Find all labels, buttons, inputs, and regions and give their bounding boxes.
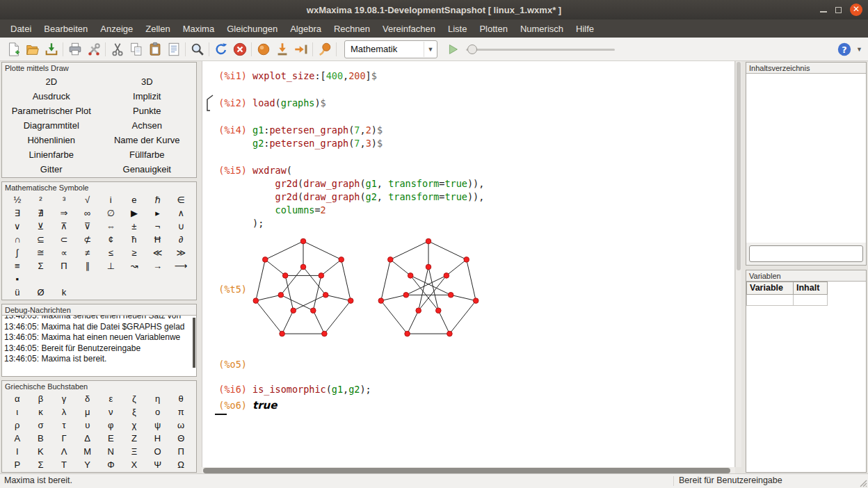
greek-letter-2-0[interactable]: ρ <box>6 418 29 432</box>
maximize-button[interactable] <box>835 7 842 13</box>
symbol-3-0[interactable]: ∩ <box>6 233 29 246</box>
greek-letter-5-4[interactable]: Φ <box>99 458 123 471</box>
symbol-4-1[interactable]: ≅ <box>29 246 53 259</box>
symbol-2-7[interactable]: ∪ <box>169 220 193 233</box>
cell-code[interactable]: g1:petersen_graph(7,2)$g2:petersen_graph… <box>252 124 383 150</box>
draw-button-punkte[interactable]: Punkte <box>99 104 195 117</box>
greek-letter-3-1[interactable]: Β <box>29 432 53 445</box>
follow-evaluation-button[interactable] <box>291 40 310 58</box>
greek-letter-1-7[interactable]: π <box>169 405 193 418</box>
greek-letter-1-5[interactable]: ξ <box>122 405 146 418</box>
symbol-4-5[interactable]: ≥ <box>122 246 146 259</box>
debug-message-list[interactable]: 13:46:05: Maxima sendet einen neuen Satz… <box>2 315 196 376</box>
symbol-3-4[interactable]: ¢ <box>99 233 123 246</box>
symbol-2-6[interactable]: ¬ <box>146 220 170 233</box>
symbol-5-4[interactable]: ⊥ <box>99 259 123 273</box>
greek-letter-2-6[interactable]: ψ <box>146 418 170 432</box>
cell-bracket[interactable] <box>207 95 214 115</box>
draw-button-achsen[interactable]: Achsen <box>99 118 195 132</box>
greek-letter-4-0[interactable]: Ι <box>6 445 29 458</box>
cut-button[interactable] <box>108 40 127 58</box>
greek-letter-3-3[interactable]: Δ <box>76 432 99 445</box>
symbol-7-0[interactable]: ü <box>6 286 29 299</box>
draw-button-implizit[interactable]: Implizit <box>99 89 195 103</box>
symbol-4-4[interactable]: ≤ <box>99 246 123 259</box>
symbol-5-6[interactable]: → <box>146 259 170 273</box>
symbol-1-3[interactable]: ∞ <box>76 206 99 220</box>
symbol-4-3[interactable]: ≠ <box>76 246 99 259</box>
greek-letter-4-1[interactable]: Κ <box>29 445 53 458</box>
cell-code[interactable]: wxplot_size:[400,200]$ <box>252 70 377 83</box>
menu-datei[interactable]: Datei <box>4 21 38 37</box>
save-document-button[interactable] <box>42 40 61 58</box>
symbol-0-6[interactable]: ℏ <box>146 193 170 206</box>
greek-letter-1-1[interactable]: κ <box>29 405 53 418</box>
symbol-5-5[interactable]: ↝ <box>122 259 146 273</box>
evaluate-cell-button[interactable] <box>254 40 273 58</box>
symbol-0-7[interactable]: ∈ <box>169 193 193 206</box>
find-button[interactable] <box>188 40 207 58</box>
symbol-4-7[interactable]: ≫ <box>169 246 193 259</box>
greek-letter-2-7[interactable]: ω <box>169 418 193 432</box>
select-all-button[interactable] <box>164 40 183 58</box>
menu-plotten[interactable]: Plotten <box>473 21 513 37</box>
greek-letter-0-1[interactable]: β <box>29 392 53 405</box>
draw-button-3d[interactable]: 3D <box>99 74 195 88</box>
greek-letter-5-1[interactable]: Σ <box>29 458 53 471</box>
draw-button-f-llfarbe[interactable]: Füllfarbe <box>99 147 195 161</box>
greek-letter-1-2[interactable]: λ <box>52 405 76 418</box>
greek-letter-1-6[interactable]: ο <box>146 405 170 418</box>
symbol-1-6[interactable]: ▸ <box>146 206 170 220</box>
symbol-5-1[interactable]: Σ <box>29 259 53 273</box>
greek-letter-3-2[interactable]: Γ <box>52 432 76 445</box>
menu-numerisch[interactable]: Numerisch <box>514 21 570 37</box>
toc-list[interactable] <box>746 73 866 243</box>
print-button[interactable] <box>65 40 84 58</box>
horizontal-scrollbar-thumb[interactable] <box>203 468 730 473</box>
symbol-1-1[interactable]: ∄ <box>29 206 53 220</box>
draw-button-diagrammtitel[interactable]: Diagrammtitel <box>3 118 99 132</box>
horizontal-cell-cursor[interactable] <box>215 414 227 415</box>
symbol-0-0[interactable]: ½ <box>6 193 29 206</box>
menu-hilfe[interactable]: Hilfe <box>570 21 600 37</box>
symbol-3-2[interactable]: ⊂ <box>52 233 76 246</box>
symbol-3-6[interactable]: Ħ <box>146 233 170 246</box>
greek-letter-0-6[interactable]: η <box>146 392 170 405</box>
menu-algebra[interactable]: Algebra <box>284 21 328 37</box>
symbol-0-2[interactable]: ³ <box>52 193 76 206</box>
symbol-1-4[interactable]: ∅ <box>99 206 123 220</box>
greek-letter-2-4[interactable]: φ <box>99 418 123 432</box>
symbol-1-0[interactable]: ∃ <box>6 206 29 220</box>
greek-letter-5-6[interactable]: Ψ <box>146 458 170 471</box>
greek-letter-3-7[interactable]: Θ <box>169 432 193 445</box>
variables-cell[interactable] <box>794 294 828 305</box>
greek-letter-5-5[interactable]: Χ <box>122 458 146 471</box>
greek-letter-2-5[interactable]: χ <box>122 418 146 432</box>
draw-button-h-henlinien[interactable]: Höhenlinien <box>3 133 99 147</box>
vertical-scrollbar[interactable] <box>735 61 741 467</box>
symbol-2-1[interactable]: ⊻ <box>29 220 53 233</box>
evaluate-rest-button[interactable] <box>315 40 334 58</box>
variables-cell[interactable] <box>747 294 794 305</box>
symbol-4-2[interactable]: ∝ <box>52 246 76 259</box>
menu-anzeige[interactable]: Anzeige <box>94 21 139 37</box>
greek-letter-4-7[interactable]: Π <box>169 445 193 458</box>
symbol-0-5[interactable]: e <box>122 193 146 206</box>
symbol-7-2[interactable]: k <box>52 286 76 299</box>
greek-letter-4-4[interactable]: Ν <box>99 445 123 458</box>
cell-code[interactable]: wxdraw( gr2d(draw_graph(g1, transform=tr… <box>252 164 484 230</box>
cell-code[interactable]: load(graphs)$ <box>252 97 326 110</box>
menu-maxima[interactable]: Maxima <box>177 21 221 37</box>
graph-plot-2[interactable] <box>378 235 479 343</box>
greek-letter-0-5[interactable]: ζ <box>122 392 146 405</box>
symbol-7-1[interactable]: Ø <box>29 286 53 299</box>
graph-plot-1[interactable] <box>252 235 354 343</box>
greek-letter-0-2[interactable]: γ <box>52 392 76 405</box>
menu-rechnen[interactable]: Rechnen <box>328 21 376 37</box>
greek-letter-4-5[interactable]: Ξ <box>122 445 146 458</box>
greek-letter-2-1[interactable]: σ <box>29 418 53 432</box>
greek-letter-5-3[interactable]: Υ <box>76 458 99 471</box>
draw-button-2d[interactable]: 2D <box>3 74 99 88</box>
cell-type-select[interactable]: Mathematik▼ <box>344 40 437 58</box>
symbol-4-6[interactable]: ≪ <box>146 246 170 259</box>
